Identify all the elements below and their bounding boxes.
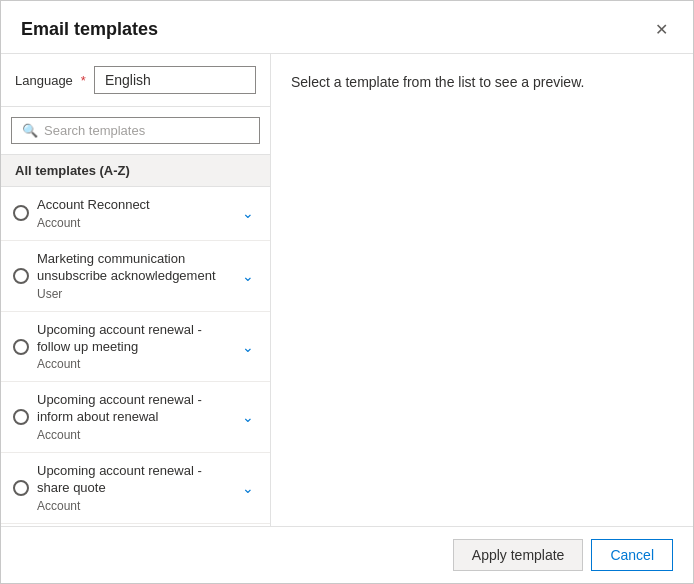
template-radio-4[interactable] xyxy=(13,409,29,425)
template-name-2: Marketing communication unsubscribe ackn… xyxy=(37,251,230,285)
template-category-2: User xyxy=(37,287,230,301)
chevron-down-icon-1[interactable]: ⌄ xyxy=(238,205,258,221)
template-name-4: Upcoming account renewal - inform about … xyxy=(37,392,230,426)
search-row: 🔍 xyxy=(1,107,270,155)
template-category-3: Account xyxy=(37,357,230,371)
template-list: Account Reconnect Account ⌄ Marketing co… xyxy=(1,187,270,526)
chevron-down-icon-3[interactable]: ⌄ xyxy=(238,339,258,355)
template-category-4: Account xyxy=(37,428,230,442)
required-star: * xyxy=(81,73,86,88)
all-templates-header: All templates (A-Z) xyxy=(1,155,270,187)
dialog-footer: Apply template Cancel xyxy=(1,526,693,583)
search-wrapper: 🔍 xyxy=(11,117,260,144)
template-radio-2[interactable] xyxy=(13,268,29,284)
search-icon: 🔍 xyxy=(22,123,38,138)
right-panel: Select a template from the list to see a… xyxy=(271,54,693,526)
template-text-4: Upcoming account renewal - inform about … xyxy=(37,392,230,442)
template-radio-3[interactable] xyxy=(13,339,29,355)
email-templates-dialog: Email templates ✕ Language * English 🔍 A… xyxy=(0,0,694,584)
template-radio-1[interactable] xyxy=(13,205,29,221)
list-item[interactable]: Account Reconnect Account ⌄ xyxy=(1,187,270,241)
template-name-1: Account Reconnect xyxy=(37,197,230,214)
list-item[interactable]: Upcoming account renewal - follow up mee… xyxy=(1,312,270,383)
apply-template-button[interactable]: Apply template xyxy=(453,539,584,571)
chevron-down-icon-4[interactable]: ⌄ xyxy=(238,409,258,425)
template-radio-5[interactable] xyxy=(13,480,29,496)
list-item[interactable]: Marketing communication unsubscribe ackn… xyxy=(1,241,270,312)
list-item[interactable]: Upcoming account renewal - inform about … xyxy=(1,382,270,453)
dialog-header: Email templates ✕ xyxy=(1,1,693,54)
cancel-button[interactable]: Cancel xyxy=(591,539,673,571)
template-text-3: Upcoming account renewal - follow up mee… xyxy=(37,322,230,372)
template-category-5: Account xyxy=(37,499,230,513)
preview-hint: Select a template from the list to see a… xyxy=(291,74,584,90)
chevron-down-icon-2[interactable]: ⌄ xyxy=(238,268,258,284)
chevron-down-icon-5[interactable]: ⌄ xyxy=(238,480,258,496)
left-panel: Language * English 🔍 All templates (A-Z)… xyxy=(1,54,271,526)
template-category-1: Account xyxy=(37,216,230,230)
dialog-body: Language * English 🔍 All templates (A-Z)… xyxy=(1,54,693,526)
template-text-2: Marketing communication unsubscribe ackn… xyxy=(37,251,230,301)
list-item[interactable]: Upcoming account renewal - share quote A… xyxy=(1,453,270,524)
language-select[interactable]: English xyxy=(94,66,256,94)
template-text-5: Upcoming account renewal - share quote A… xyxy=(37,463,230,513)
dialog-title: Email templates xyxy=(21,19,158,40)
close-button[interactable]: ✕ xyxy=(649,17,673,41)
template-name-3: Upcoming account renewal - follow up mee… xyxy=(37,322,230,356)
template-name-5: Upcoming account renewal - share quote xyxy=(37,463,230,497)
template-text-1: Account Reconnect Account xyxy=(37,197,230,230)
language-label: Language xyxy=(15,73,73,88)
search-input[interactable] xyxy=(44,123,249,138)
language-row: Language * English xyxy=(1,54,270,107)
